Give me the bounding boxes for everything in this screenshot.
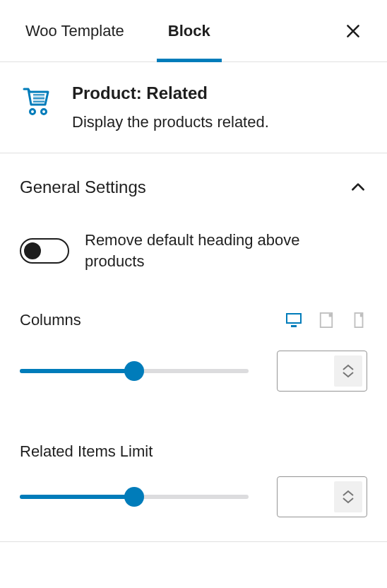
inspector-tabs: Woo Template Block [0, 0, 387, 62]
block-description: Display the products related. [72, 113, 269, 131]
columns-label: Columns [20, 311, 81, 329]
slider-thumb[interactable] [124, 361, 144, 381]
svg-rect-5 [291, 325, 297, 327]
columns-stepper[interactable] [334, 355, 362, 387]
chevron-down-icon [342, 371, 355, 378]
columns-slider[interactable] [20, 361, 249, 381]
related-limit-number-input[interactable] [277, 476, 367, 517]
block-title: Product: Related [72, 83, 269, 103]
section-toggle-general-settings[interactable]: General Settings [20, 153, 367, 211]
related-limit-slider[interactable] [20, 487, 249, 507]
chevron-up-icon [349, 178, 367, 196]
related-limit-stepper[interactable] [334, 481, 362, 512]
inspector-panel: Woo Template Block Product: Related Disp… [0, 0, 387, 542]
responsive-device-switcher [285, 312, 367, 328]
toggle-row-remove-heading: Remove default heading above products [20, 211, 367, 271]
desktop-icon[interactable] [285, 312, 302, 328]
control-columns: Columns [20, 271, 367, 392]
chevron-down-icon [342, 497, 355, 504]
mobile-icon[interactable] [350, 312, 367, 328]
tab-block[interactable]: Block [162, 1, 216, 61]
tablet-icon[interactable] [318, 312, 335, 328]
svg-point-1 [30, 110, 35, 114]
close-button[interactable] [339, 17, 367, 45]
chevron-up-icon [342, 364, 355, 371]
tab-woo-template[interactable]: Woo Template [20, 1, 130, 61]
chevron-up-icon [342, 490, 355, 497]
close-icon [344, 22, 362, 40]
svg-rect-9 [360, 314, 363, 317]
section-title: General Settings [20, 177, 146, 197]
control-related-limit: Related Items Limit [20, 392, 367, 517]
svg-rect-7 [329, 314, 333, 317]
shopping-cart-icon [20, 83, 54, 117]
section-general-settings: General Settings Remove default heading … [0, 153, 387, 542]
toggle-label-remove-heading: Remove default heading above products [85, 230, 339, 271]
svg-point-2 [42, 110, 47, 114]
related-limit-label: Related Items Limit [20, 442, 367, 461]
toggle-knob [24, 242, 41, 259]
columns-number-input[interactable] [277, 351, 367, 392]
svg-rect-4 [287, 314, 300, 322]
block-card: Product: Related Display the products re… [0, 62, 387, 153]
slider-thumb[interactable] [124, 487, 144, 507]
toggle-remove-heading[interactable] [20, 238, 69, 264]
